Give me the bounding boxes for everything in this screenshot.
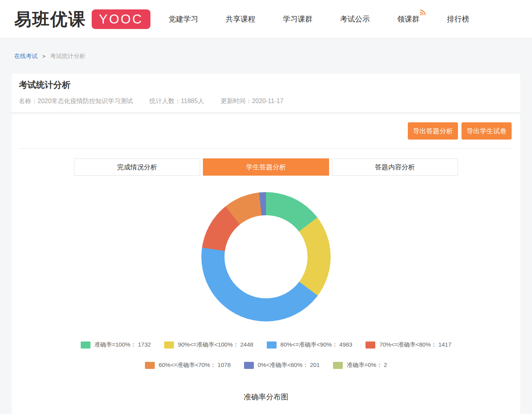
nav-item-shared-courses[interactable]: 共享课程 xyxy=(226,14,255,24)
legend-item-0[interactable]: 准确率=0%： 2 xyxy=(333,361,387,369)
nav-item-study-groups[interactable]: 学习课群 xyxy=(283,14,313,24)
legend-label: 70%<=准确率<80%： 1417 xyxy=(379,341,451,349)
signal-icon xyxy=(420,9,426,16)
breadcrumb-current: 考试统计分析 xyxy=(50,53,85,59)
analysis-card: 导出答题分析 导出学生试卷 完成情况分析 学生答题分析 答题内容分析 准确率=1… xyxy=(12,114,520,414)
top-navigation-bar: 易班优课 YOOC 党建学习 共享课程 学习课群 考试公示 领课群 排行榜 xyxy=(0,0,532,38)
legend-item-60-70[interactable]: 60%<=准确率<70%： 1078 xyxy=(145,361,231,369)
chart-legend-row-1: 准确率=100%： 1732 90%<=准确率<100%： 2448 80%<=… xyxy=(12,341,520,349)
legend-swatch xyxy=(244,362,254,369)
legend-swatch xyxy=(333,362,343,369)
legend-item-80-90[interactable]: 80%<=准确率<90%： 4983 xyxy=(267,341,353,349)
yooc-logo-badge: YOOC xyxy=(92,9,150,29)
update-time-label: 更新时间： xyxy=(221,98,252,104)
legend-swatch xyxy=(366,341,375,349)
chart-caption: 准确率分布图 xyxy=(12,392,520,402)
breadcrumb-separator: > xyxy=(42,53,45,59)
page: 易班优课 YOOC 党建学习 共享课程 学习课群 考试公示 领课群 排行榜 在线… xyxy=(0,0,532,414)
legend-swatch xyxy=(81,341,90,349)
site-logo[interactable]: 易班优课 YOOC xyxy=(14,9,150,29)
exam-name: 名称：2020常态化疫情防控知识学习测试 xyxy=(19,97,133,105)
participant-count-value: 11885人 xyxy=(181,98,204,104)
legend-item-0-60[interactable]: 0%<准确率<60%： 201 xyxy=(244,361,320,369)
legend-swatch xyxy=(164,341,174,349)
nav-item-rankings[interactable]: 排行榜 xyxy=(447,14,469,24)
tab-student-answer-analysis[interactable]: 学生答题分析 xyxy=(203,158,329,176)
page-title: 考试统计分析 xyxy=(19,79,513,91)
legend-label: 准确率=100%： 1732 xyxy=(94,341,151,349)
nav-item-party-learning[interactable]: 党建学习 xyxy=(168,14,198,24)
participant-count: 统计人数：11885人 xyxy=(150,97,204,105)
chart-legend-row-2: 60%<=准确率<70%： 1078 0%<准确率<60%： 201 准确率=0… xyxy=(12,361,520,369)
logo-text: 易班优课 xyxy=(14,11,86,28)
nav-item-label: 领课群 xyxy=(397,15,420,23)
breadcrumb-online-exam-link[interactable]: 在线考试 xyxy=(14,53,38,59)
dotted-divider xyxy=(19,148,513,149)
legend-label: 80%<=准确率<90%： 4983 xyxy=(280,341,353,349)
legend-swatch xyxy=(267,341,277,349)
update-time: 更新时间：2020-11-17 xyxy=(221,97,284,105)
exam-name-label: 名称： xyxy=(19,98,38,104)
legend-label: 准确率=0%： 2 xyxy=(347,361,387,369)
exam-name-value: 2020常态化疫情防控知识学习测试 xyxy=(38,98,133,104)
breadcrumb: 在线考试 > 考试统计分析 xyxy=(14,53,85,60)
donut-hole xyxy=(224,215,308,298)
legend-item-100[interactable]: 准确率=100%： 1732 xyxy=(81,341,151,349)
participant-count-label: 统计人数： xyxy=(150,98,181,104)
tab-completion-analysis[interactable]: 完成情况分析 xyxy=(74,158,200,176)
exam-meta-row: 名称：2020常态化疫情防控知识学习测试 统计人数：11885人 更新时间：20… xyxy=(19,97,513,105)
legend-swatch xyxy=(145,362,155,369)
legend-label: 0%<准确率<60%： 201 xyxy=(258,361,320,369)
tab-answer-content-analysis[interactable]: 答题内容分析 xyxy=(332,158,458,176)
nav-item-exam-announcements[interactable]: 考试公示 xyxy=(340,14,370,24)
accuracy-donut-chart[interactable] xyxy=(201,192,331,321)
legend-label: 90%<=准确率<100%： 2448 xyxy=(178,341,253,349)
export-answer-analysis-button[interactable]: 导出答题分析 xyxy=(408,122,458,140)
analysis-tabs: 完成情况分析 学生答题分析 答题内容分析 xyxy=(12,158,520,176)
nav-item-get-course-group[interactable]: 领课群 xyxy=(397,14,420,24)
legend-label: 60%<=准确率<70%： 1078 xyxy=(159,361,231,369)
legend-item-70-80[interactable]: 70%<=准确率<80%： 1417 xyxy=(366,341,451,349)
update-time-value: 2020-11-17 xyxy=(252,98,284,104)
exam-summary-card: 考试统计分析 名称：2020常态化疫情防控知识学习测试 统计人数：11885人 … xyxy=(12,74,520,113)
export-student-papers-button[interactable]: 导出学生试卷 xyxy=(461,122,512,140)
export-buttons-row: 导出答题分析 导出学生试卷 xyxy=(408,122,512,140)
main-nav: 党建学习 共享课程 学习课群 考试公示 领课群 排行榜 xyxy=(168,14,469,24)
legend-item-90-100[interactable]: 90%<=准确率<100%： 2448 xyxy=(164,341,253,349)
